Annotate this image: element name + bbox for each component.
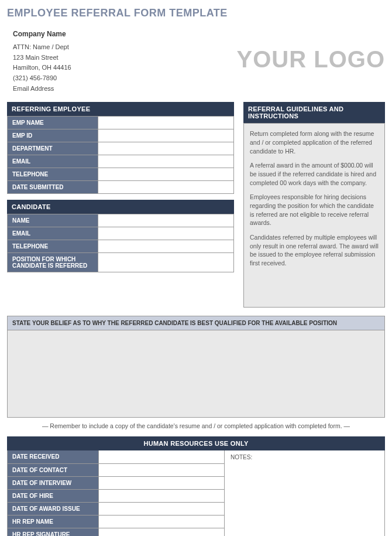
emp-id-input[interactable] <box>98 129 234 142</box>
hr-rep-signature-input[interactable] <box>98 528 224 536</box>
referring-telephone-input[interactable] <box>98 168 234 181</box>
date-submitted-input[interactable] <box>98 181 234 194</box>
field-label: TELEPHONE <box>8 168 98 181</box>
emp-name-input[interactable] <box>98 117 234 129</box>
candidate-telephone-input[interactable] <box>98 240 234 253</box>
guideline-paragraph: Return completed form along with the res… <box>250 129 379 155</box>
company-attn: ATTN: Name / Dept <box>13 42 71 53</box>
field-label: EMAIL <box>8 227 98 240</box>
field-label: POSITION FOR WHICH CANDIDATE IS REFERRED <box>8 253 98 272</box>
referring-table: EMP NAME EMP ID DEPARTMENT EMAIL TELEPHO… <box>7 116 234 194</box>
field-label: HR REP NAME <box>8 515 98 528</box>
company-block: Company Name ATTN: Name / Dept 123 Main … <box>7 29 71 94</box>
field-label: DATE OF HIRE <box>8 489 98 502</box>
field-label: DATE SUBMITTED <box>8 181 98 194</box>
hr-header: HUMAN RESOURCES USE ONLY <box>7 436 385 450</box>
guideline-paragraph: Employees responsible for hiring decisio… <box>250 193 379 227</box>
date-received-input[interactable] <box>98 450 224 463</box>
company-city: Hamilton, OH 44416 <box>13 63 71 73</box>
belief-textarea[interactable] <box>7 330 385 418</box>
guideline-paragraph: Candidates referred by multiple employee… <box>250 233 379 268</box>
field-label: DATE OF AWARD ISSUE <box>8 502 98 515</box>
company-name: Company Name <box>13 29 71 40</box>
guidelines-box: Return completed form along with the res… <box>243 123 385 308</box>
date-of-interview-input[interactable] <box>98 476 224 489</box>
guidelines-header: REFERRAL GUIDELINES AND INSTRUCTIONS <box>243 102 385 123</box>
candidate-email-input[interactable] <box>98 227 234 240</box>
candidate-table: NAME EMAIL TELEPHONE POSITION FOR WHICH … <box>7 214 234 272</box>
belief-header: STATE YOUR BELIEF AS TO WHY THE REFERRED… <box>7 316 385 330</box>
hr-table: DATE RECEIVED DATE OF CONTACT DATE OF IN… <box>8 450 224 536</box>
field-label: TELEPHONE <box>8 240 98 253</box>
department-input[interactable] <box>98 142 234 155</box>
hr-notes-area[interactable]: NOTES: <box>224 450 384 536</box>
company-street: 123 Main Street <box>13 53 71 63</box>
field-label: EMP ID <box>8 129 98 142</box>
date-of-contact-input[interactable] <box>98 463 224 476</box>
field-label: DATE OF CONTACT <box>8 463 98 476</box>
field-label: EMAIL <box>8 155 98 168</box>
company-email: Email Address <box>13 84 71 94</box>
referring-email-input[interactable] <box>98 155 234 168</box>
field-label: DEPARTMENT <box>8 142 98 155</box>
reminder-text: — Remember to include a copy of the cand… <box>7 422 385 429</box>
hr-rep-name-input[interactable] <box>98 515 224 528</box>
field-label: HR REP SIGNATURE <box>8 528 98 536</box>
header-row: Company Name ATTN: Name / Dept 123 Main … <box>7 29 385 94</box>
field-label: NAME <box>8 214 98 227</box>
logo-placeholder: YOUR LOGO <box>237 46 385 73</box>
company-phone: (321) 456-7890 <box>13 73 71 84</box>
page-title: EMPLOYEE REFERRAL FORM TEMPLATE <box>7 7 385 19</box>
referring-header: REFERRING EMPLOYEE <box>7 102 234 116</box>
candidate-header: CANDIDATE <box>7 200 234 214</box>
date-of-award-issue-input[interactable] <box>98 502 224 515</box>
date-of-hire-input[interactable] <box>98 489 224 502</box>
field-label: DATE RECEIVED <box>8 450 98 463</box>
hr-notes-label: NOTES: <box>231 454 252 460</box>
guideline-paragraph: A referral award in the amount of $000.0… <box>250 161 379 187</box>
field-label: EMP NAME <box>8 117 98 129</box>
candidate-name-input[interactable] <box>98 214 234 227</box>
field-label: DATE OF INTERVIEW <box>8 476 98 489</box>
candidate-position-input[interactable] <box>98 253 234 272</box>
